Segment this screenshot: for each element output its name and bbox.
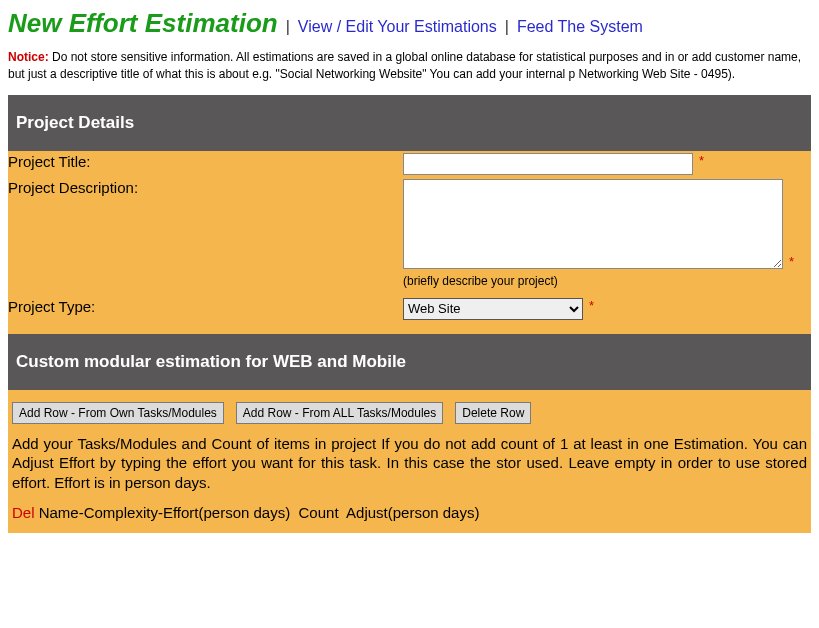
project-description-textarea[interactable] — [403, 179, 783, 269]
custom-modular-heading: Custom modular estimation for WEB and Mo… — [8, 334, 811, 390]
view-edit-link[interactable]: View / Edit Your Estimations — [298, 18, 497, 36]
notice-block: Notice: Do not store sensitive informati… — [8, 49, 811, 83]
description-hint: (briefly describe your project) — [403, 274, 811, 288]
required-marker: * — [699, 153, 704, 168]
project-type-label: Project Type: — [8, 298, 403, 315]
add-row-all-button[interactable]: Add Row - From ALL Tasks/Modules — [236, 402, 443, 424]
project-description-label: Project Description: — [8, 179, 403, 196]
button-row: Add Row - From Own Tasks/Modules Add Row… — [8, 390, 811, 434]
project-title-input[interactable] — [403, 153, 693, 175]
notice-text: Do not store sensitive information. All … — [8, 50, 801, 81]
project-title-label: Project Title: — [8, 153, 403, 170]
col-count: Count — [299, 504, 339, 521]
project-details-heading: Project Details — [8, 95, 811, 151]
add-row-own-button[interactable]: Add Row - From Own Tasks/Modules — [12, 402, 224, 424]
project-details-section: Project Title: * Project Description: * … — [8, 151, 811, 334]
required-marker: * — [589, 298, 594, 313]
feed-system-link[interactable]: Feed The System — [517, 18, 643, 36]
col-adjust: Adjust(person days) — [346, 504, 479, 521]
required-marker: * — [789, 254, 794, 269]
page-title: New Effort Estimation — [8, 8, 278, 39]
col-del: Del — [12, 504, 35, 521]
delete-row-button[interactable]: Delete Row — [455, 402, 531, 424]
modular-help-text: Add your Tasks/Modules and Count of item… — [8, 434, 811, 505]
separator: | — [505, 18, 509, 36]
notice-label: Notice: — [8, 50, 49, 64]
col-name: Name-Complexity-Effort(person days) — [39, 504, 290, 521]
table-header-row: Del Name-Complexity-Effort(person days) … — [8, 504, 811, 521]
header-bar: New Effort Estimation | View / Edit Your… — [8, 8, 811, 39]
project-type-select[interactable]: Web Site — [403, 298, 583, 320]
custom-modular-section: Add Row - From Own Tasks/Modules Add Row… — [8, 390, 811, 534]
separator: | — [286, 18, 290, 36]
